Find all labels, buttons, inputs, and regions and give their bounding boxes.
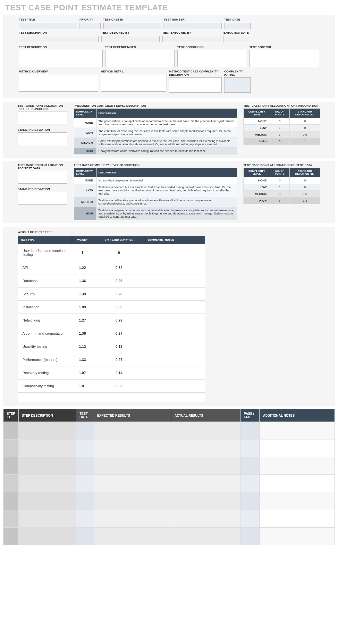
step-id-cell[interactable]	[4, 492, 19, 510]
comments-cell[interactable]	[145, 366, 205, 380]
step-id-cell[interactable]	[4, 528, 19, 545]
step-date-cell[interactable]	[76, 475, 94, 492]
control-textarea[interactable]	[249, 50, 319, 67]
testdata-alloc-table: COMPLEXITY LEVEL NO. OF POINTS STANDARD …	[243, 168, 320, 204]
step-pf-cell[interactable]	[241, 510, 260, 528]
step-desc-cell[interactable]	[18, 492, 76, 510]
comments-cell[interactable]	[145, 261, 205, 274]
step-desc-cell[interactable]	[18, 528, 76, 545]
priority-input[interactable]	[80, 23, 101, 29]
step-notes-cell[interactable]	[260, 457, 335, 475]
test-number-input[interactable]	[164, 23, 222, 29]
step-pf-cell[interactable]	[241, 457, 260, 475]
step-date-cell[interactable]	[76, 492, 94, 510]
comments-cell[interactable]	[145, 327, 205, 340]
step-act-cell[interactable]	[171, 492, 241, 510]
label-test-description2: TEST DESCRIPTION	[19, 46, 103, 49]
step-date-cell[interactable]	[76, 422, 94, 439]
executed-by-input[interactable]	[162, 36, 221, 42]
table-row: Security 1.39 0.28	[18, 288, 205, 301]
testdata-desc-title: TEST DATA COMPLEXITY LEVEL DESCRIPTION	[74, 163, 237, 167]
description-textarea[interactable]	[19, 50, 103, 67]
th-level: COMPLEXITY LEVEL	[244, 109, 270, 118]
method-complexity-textarea[interactable]	[169, 77, 222, 93]
step-exp-cell[interactable]	[94, 422, 171, 439]
step-date-cell[interactable]	[76, 510, 94, 528]
comments-cell[interactable]	[145, 380, 205, 393]
weight-cell: 1.38	[72, 327, 93, 340]
test-date-input[interactable]	[224, 23, 250, 29]
table-row	[4, 528, 335, 545]
comments-cell[interactable]	[145, 301, 205, 314]
step-pf-cell[interactable]	[241, 492, 260, 510]
step-notes-cell[interactable]	[260, 475, 335, 492]
testdata-sd-textarea[interactable]	[18, 192, 67, 205]
step-exp-cell[interactable]	[94, 439, 171, 457]
step-notes-cell[interactable]	[260, 492, 335, 510]
dependencies-textarea[interactable]	[105, 50, 175, 67]
desc-cell: Some explicit preparations are needed to…	[97, 138, 237, 148]
step-id-cell[interactable]	[4, 439, 19, 457]
testdata-section: TEST CASE POINT ALLOCATION FOR TEST DATA…	[3, 161, 335, 223]
comments-cell[interactable]	[145, 340, 205, 353]
precond-alloc-textarea[interactable]	[18, 112, 67, 124]
step-act-cell[interactable]	[171, 528, 241, 545]
method-detail-textarea[interactable]	[101, 74, 166, 92]
complexity-rating-textarea[interactable]	[224, 77, 250, 93]
designed-by-input[interactable]	[101, 36, 160, 42]
test-title-input[interactable]	[19, 23, 77, 29]
step-desc-cell[interactable]	[18, 510, 76, 528]
step-id-cell[interactable]	[4, 422, 19, 439]
comments-cell[interactable]	[145, 393, 205, 402]
step-notes-cell[interactable]	[260, 528, 335, 545]
step-exp-cell[interactable]	[94, 510, 171, 528]
step-exp-cell[interactable]	[94, 492, 171, 510]
step-exp-cell[interactable]	[94, 457, 171, 475]
precond-sd-textarea[interactable]	[18, 132, 67, 145]
comments-cell[interactable]	[145, 288, 205, 301]
step-date-cell[interactable]	[76, 439, 94, 457]
step-notes-cell[interactable]	[260, 439, 335, 457]
test-case-id-input[interactable]	[103, 23, 161, 29]
step-desc-cell[interactable]	[18, 475, 76, 492]
comments-cell[interactable]	[145, 274, 205, 288]
step-id-cell[interactable]	[4, 510, 19, 528]
step-notes-cell[interactable]	[260, 510, 335, 528]
step-pf-cell[interactable]	[241, 528, 260, 545]
step-exp-cell[interactable]	[94, 475, 171, 492]
step-pf-cell[interactable]	[241, 475, 260, 492]
comments-cell[interactable]	[145, 353, 205, 366]
step-notes-cell[interactable]	[260, 422, 335, 439]
test-description-input[interactable]	[19, 36, 99, 42]
testdata-alloc-textarea[interactable]	[18, 171, 67, 184]
sd-cell	[93, 393, 145, 402]
method-overview-textarea[interactable]	[19, 74, 98, 92]
step-date-cell[interactable]	[76, 457, 94, 475]
type-cell: Installation	[18, 301, 72, 314]
step-act-cell[interactable]	[171, 510, 241, 528]
step-pf-cell[interactable]	[241, 439, 260, 457]
step-act-cell[interactable]	[171, 422, 241, 439]
step-desc-cell[interactable]	[18, 457, 76, 475]
step-act-cell[interactable]	[171, 439, 241, 457]
th-sd: STANDARD DEVIATION (1σ)	[290, 109, 320, 118]
comments-cell[interactable]	[145, 314, 205, 327]
step-desc-cell[interactable]	[18, 422, 76, 439]
step-id-cell[interactable]	[4, 457, 19, 475]
step-desc-cell[interactable]	[18, 439, 76, 457]
step-date-cell[interactable]	[76, 528, 94, 545]
sd-cell: 0	[290, 118, 320, 125]
sd-cell: 0	[290, 184, 320, 191]
comments-cell[interactable]	[145, 244, 205, 261]
step-exp-cell[interactable]	[94, 528, 171, 545]
conditions-textarea[interactable]	[177, 50, 247, 67]
step-act-cell[interactable]	[171, 457, 241, 475]
table-row: Installation 1.09 0.06	[18, 301, 205, 314]
execution-date-input[interactable]	[224, 36, 250, 42]
step-id-cell[interactable]	[4, 475, 19, 492]
weight-cell	[72, 393, 93, 402]
step-act-cell[interactable]	[171, 475, 241, 492]
sd-cell: 0.03	[93, 380, 145, 393]
level-cell: HIGH	[74, 207, 97, 220]
step-pf-cell[interactable]	[241, 422, 260, 439]
